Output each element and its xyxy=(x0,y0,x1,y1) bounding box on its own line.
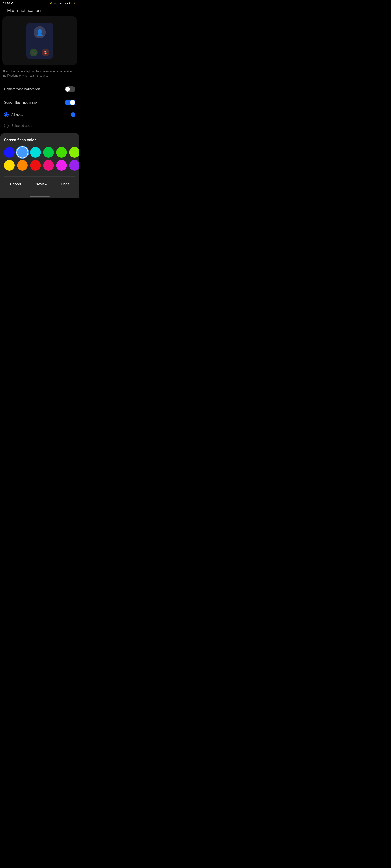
status-right: 🔑 VoLTE 4G+ ▲▲ 8% ⚡ xyxy=(50,2,76,4)
home-bar xyxy=(30,196,50,197)
status-left: 17:50 ✔ xyxy=(3,2,13,5)
preview-button[interactable]: Preview xyxy=(30,181,52,188)
all-apps-radio-left: All apps xyxy=(4,113,23,117)
page-title: Flash notification xyxy=(7,8,41,13)
color-swatch-yellow[interactable] xyxy=(4,160,15,170)
bottom-sheet: Screen flash color Cancel Preview Done xyxy=(0,133,79,194)
screen-flash-label: Screen flash notification xyxy=(4,101,39,104)
all-apps-row[interactable]: All apps xyxy=(1,109,79,120)
divider-2 xyxy=(54,182,54,187)
description-text: Flash the camera light or the screen whe… xyxy=(0,69,79,83)
selected-apps-label: Selected apps xyxy=(11,124,32,128)
color-swatch-light-blue[interactable] xyxy=(17,147,28,158)
color-swatch-cyan[interactable] xyxy=(30,147,41,158)
all-apps-color-dot xyxy=(71,113,75,117)
color-grid xyxy=(4,147,75,170)
color-swatch-red[interactable] xyxy=(30,160,41,170)
all-apps-radio[interactable] xyxy=(4,113,8,117)
bottom-sheet-overlay: Screen flash color Cancel Preview Done xyxy=(0,133,79,194)
person-icon: 👤 xyxy=(36,29,44,36)
screen-flash-row: Screen flash notification xyxy=(1,96,79,109)
time-display: 17:50 xyxy=(3,2,10,5)
page-header: ‹ Flash notification xyxy=(0,5,79,17)
color-swatch-magenta[interactable] xyxy=(56,160,67,170)
decline-call-button[interactable]: 📵 xyxy=(42,49,50,56)
settings-section: Camera flash notification Screen flash n… xyxy=(0,83,79,131)
all-apps-label: All apps xyxy=(11,113,23,117)
cancel-button[interactable]: Cancel xyxy=(5,181,26,188)
phone-preview-area: 👤 📞 📵 xyxy=(2,17,77,65)
sheet-actions: Cancel Preview Done xyxy=(4,176,75,194)
color-swatch-pink-red[interactable] xyxy=(43,160,54,170)
key-icon: 🔑 xyxy=(50,2,53,4)
avatar: 👤 xyxy=(34,26,46,38)
camera-flash-toggle[interactable] xyxy=(65,87,75,92)
back-button[interactable]: ‹ xyxy=(3,8,5,13)
color-swatch-purple[interactable] xyxy=(69,160,79,170)
color-swatch-orange[interactable] xyxy=(17,160,28,170)
color-swatch-green[interactable] xyxy=(43,147,54,158)
color-swatch-blue[interactable] xyxy=(4,147,15,158)
selected-apps-radio[interactable] xyxy=(4,124,8,128)
phone-mockup: 👤 📞 📵 xyxy=(26,23,53,59)
divider-1 xyxy=(28,182,28,187)
toggle-knob-on xyxy=(70,100,75,105)
color-swatch-bright-green[interactable] xyxy=(56,147,67,158)
selected-apps-row[interactable]: Selected apps xyxy=(1,120,79,131)
done-button[interactable]: Done xyxy=(56,181,74,188)
battery-percent: 8% xyxy=(69,2,73,4)
toggle-knob xyxy=(65,87,70,92)
color-swatch-yellow-green[interactable] xyxy=(69,147,79,158)
camera-flash-row: Camera flash notification xyxy=(1,83,79,96)
sheet-title: Screen flash color xyxy=(4,138,75,142)
volte-indicator: VoLTE xyxy=(53,2,59,4)
call-buttons: 📞 📵 xyxy=(30,49,50,56)
accept-call-button[interactable]: 📞 xyxy=(30,49,38,56)
radio-selected-dot xyxy=(5,114,7,116)
screen-flash-toggle[interactable] xyxy=(65,100,75,105)
battery-icon: ⚡ xyxy=(73,2,76,4)
status-bar: 17:50 ✔ 🔑 VoLTE 4G+ ▲▲ 8% ⚡ xyxy=(0,0,79,5)
home-indicator-area xyxy=(0,194,79,198)
camera-flash-label: Camera flash notification xyxy=(4,88,40,91)
check-icon: ✔ xyxy=(11,2,13,5)
network-type: 4G+ xyxy=(60,2,63,4)
signal-bars: ▲▲ xyxy=(64,2,68,4)
